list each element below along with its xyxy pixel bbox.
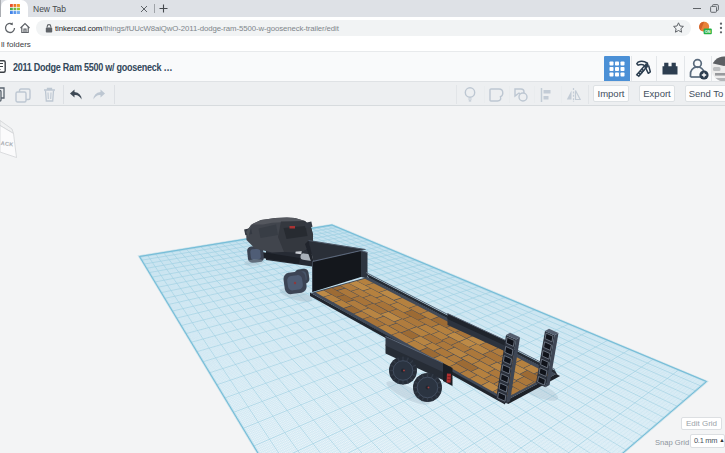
svg-text:ON: ON <box>705 30 711 34</box>
